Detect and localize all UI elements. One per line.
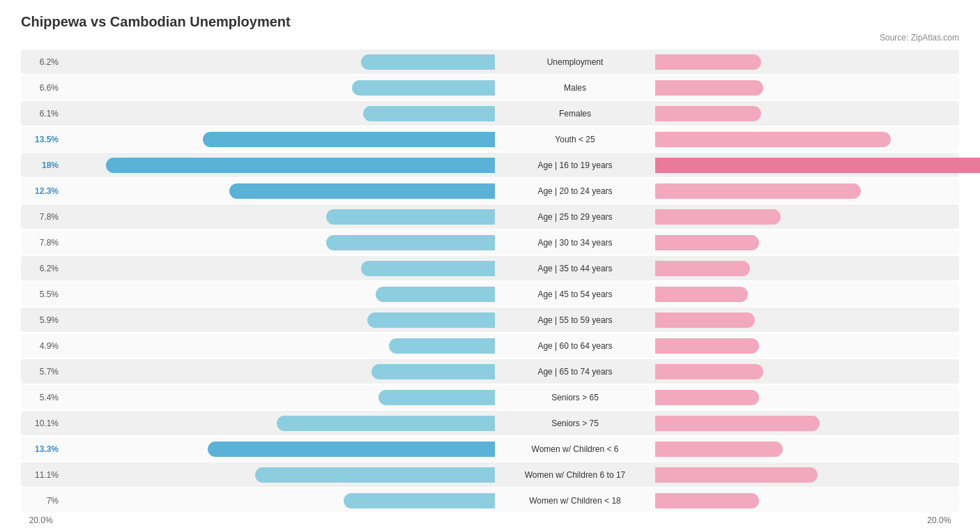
left-bar — [363, 106, 495, 121]
left-bar-wrap — [63, 106, 495, 121]
right-bar — [655, 338, 759, 354]
right-bar — [655, 416, 820, 431]
left-value: 5.9% — [21, 315, 63, 325]
source-label: Source: ZipAtlas.com — [21, 33, 959, 43]
left-value: 13.3% — [21, 444, 63, 454]
left-bar — [376, 287, 495, 302]
right-bar — [655, 132, 891, 147]
right-bar — [655, 467, 818, 483]
right-bar-wrap — [655, 493, 980, 508]
right-bar-wrap — [655, 183, 980, 199]
right-bar — [655, 106, 761, 121]
left-value: 6.2% — [21, 264, 63, 273]
left-bar-wrap — [63, 338, 495, 354]
left-bar — [378, 390, 495, 405]
left-value: 5.4% — [21, 393, 63, 402]
left-bar — [344, 493, 495, 508]
row-label: Women w/ Children < 6 — [495, 444, 655, 454]
right-bar — [655, 287, 748, 302]
right-bar — [655, 183, 861, 199]
left-value: 18% — [21, 160, 63, 170]
right-bar — [655, 390, 759, 405]
left-bar-wrap — [63, 287, 495, 302]
left-bar-wrap — [63, 158, 495, 173]
left-bar — [326, 235, 495, 250]
right-bar-wrap — [655, 312, 980, 328]
left-bar-wrap — [63, 364, 495, 379]
right-bar — [655, 493, 759, 508]
axis-row: 20.0% 20.0% — [21, 515, 959, 525]
left-bar-wrap — [63, 261, 495, 276]
right-bar-wrap — [655, 442, 980, 457]
right-bar-wrap — [655, 54, 980, 70]
left-bar — [203, 132, 495, 147]
left-value: 6.2% — [21, 57, 63, 67]
left-value: 7.8% — [21, 212, 63, 222]
chart-row: 6.1% Females 4.9% — [21, 101, 959, 126]
left-value: 13.5% — [21, 135, 63, 144]
chart-row: 18% Age | 16 to 19 years 16.9% — [21, 153, 959, 177]
right-bar — [655, 261, 750, 276]
right-bar-wrap — [655, 158, 980, 173]
row-label: Age | 25 to 29 years — [495, 212, 655, 222]
right-bar — [655, 158, 980, 173]
row-label: Seniors > 65 — [495, 393, 655, 402]
row-label: Males — [495, 83, 655, 93]
left-value: 10.1% — [21, 418, 63, 428]
row-label: Seniors > 75 — [495, 418, 655, 428]
right-bar-wrap — [655, 261, 980, 276]
left-bar — [326, 209, 495, 225]
left-bar-wrap — [63, 183, 495, 199]
chart-row: 4.9% Age | 60 to 64 years 4.8% — [21, 333, 959, 358]
axis-right-label: 20.0% — [923, 515, 959, 525]
left-value: 11.1% — [21, 470, 63, 480]
left-bar — [367, 312, 495, 328]
left-value: 12.3% — [21, 186, 63, 196]
right-bar-wrap — [655, 80, 980, 96]
right-bar-wrap — [655, 390, 980, 405]
row-label: Age | 35 to 44 years — [495, 264, 655, 273]
left-bar-wrap — [63, 209, 495, 225]
row-label: Age | 16 to 19 years — [495, 160, 655, 170]
left-bar — [361, 54, 495, 70]
right-bar-wrap — [655, 106, 980, 121]
left-bar-wrap — [63, 54, 495, 70]
left-bar — [255, 467, 495, 483]
left-value: 5.5% — [21, 289, 63, 299]
chart-title: Chippewa vs Cambodian Unemployment — [21, 14, 959, 30]
chart-row: 10.1% Seniors > 75 7.6% — [21, 411, 959, 435]
left-bar-wrap — [63, 467, 495, 483]
left-bar-wrap — [63, 416, 495, 431]
right-bar-wrap — [655, 287, 980, 302]
right-bar-wrap — [655, 132, 980, 147]
chart-row: 7.8% Age | 30 to 34 years 4.8% — [21, 230, 959, 255]
row-label: Females — [495, 109, 655, 119]
right-bar — [655, 364, 763, 379]
right-bar-wrap — [655, 467, 980, 483]
chart-row: 5.7% Age | 65 to 74 years 5% — [21, 359, 959, 384]
row-label: Age | 20 to 24 years — [495, 186, 655, 196]
left-bar — [389, 338, 495, 354]
left-bar — [372, 364, 495, 379]
right-bar — [655, 209, 781, 225]
chart-row: 13.3% Women w/ Children < 6 5.9% — [21, 437, 959, 461]
left-bar — [106, 158, 495, 173]
row-label: Age | 65 to 74 years — [495, 367, 655, 377]
left-bar — [208, 442, 495, 457]
left-bar-wrap — [63, 80, 495, 96]
left-value: 4.9% — [21, 341, 63, 351]
left-bar-wrap — [63, 442, 495, 457]
left-bar-wrap — [63, 132, 495, 147]
right-bar-wrap — [655, 338, 980, 354]
left-bar-wrap — [63, 312, 495, 328]
row-label: Age | 55 to 59 years — [495, 315, 655, 325]
row-label: Women w/ Children < 18 — [495, 496, 655, 506]
row-label: Age | 60 to 64 years — [495, 341, 655, 351]
left-bar — [361, 261, 495, 276]
right-bar — [655, 312, 755, 328]
chart-row: 5.5% Age | 45 to 54 years 4.3% — [21, 282, 959, 306]
right-bar-wrap — [655, 416, 980, 431]
chart-row: 7% Women w/ Children < 18 4.8% — [21, 488, 959, 513]
right-bar — [655, 80, 763, 96]
left-bar-wrap — [63, 390, 495, 405]
